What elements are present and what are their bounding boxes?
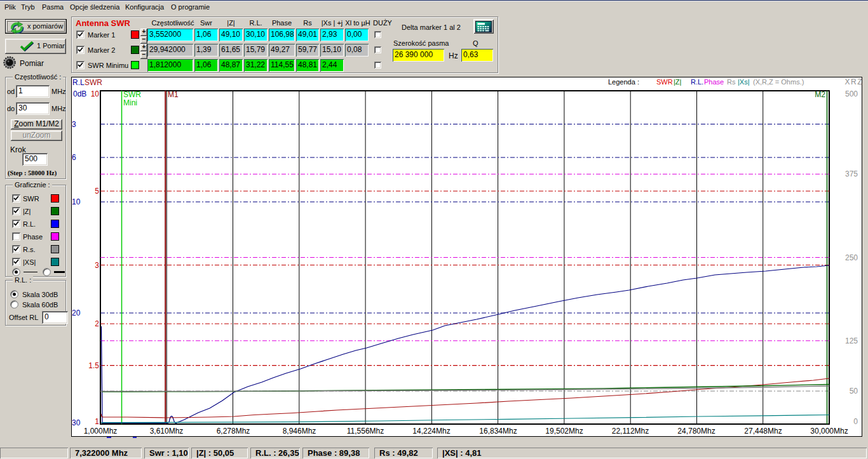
svg-text:8,946Mhz: 8,946Mhz [283,427,316,436]
svg-text:R.L.: R.L. [691,78,703,86]
svg-text:250: 250 [845,253,858,262]
svg-text:0: 0 [853,417,858,426]
svg-text:27,448Mhz: 27,448Mhz [744,427,782,436]
svg-text:3: 3 [95,261,99,270]
svg-text:16,834Mhz: 16,834Mhz [479,427,517,436]
svg-text:10: 10 [72,197,81,206]
svg-text:XRZ: XRZ [845,77,863,86]
svg-text:50: 50 [850,387,858,396]
svg-text:30,000Mhz: 30,000Mhz [810,427,848,436]
svg-text:22,112Mhz: 22,112Mhz [612,427,649,436]
svg-text:SWR: SWR [123,90,141,99]
svg-text:Mini: Mini [123,98,137,107]
svg-text:125: 125 [845,336,858,345]
svg-text:1: 1 [95,417,99,426]
svg-text:5: 5 [95,187,99,196]
svg-text:1,000Mhz: 1,000Mhz [84,427,118,436]
svg-text:M2: M2 [815,90,825,99]
svg-text:Phase: Phase [704,78,724,86]
svg-text:10: 10 [91,90,100,98]
svg-text:14,224Mhz: 14,224Mhz [412,427,450,436]
svg-text:500: 500 [845,90,858,98]
svg-text:|Xs|: |Xs| [738,78,750,86]
svg-text:Rs: Rs [727,78,736,86]
svg-text:375: 375 [845,170,858,178]
svg-text:(X,R,Z = Ohms.): (X,R,Z = Ohms.) [753,78,804,86]
svg-text:R.L: R.L [72,78,85,87]
svg-text:11,556Mhz: 11,556Mhz [347,427,384,436]
svg-text:SWR: SWR [656,78,673,86]
svg-text:2: 2 [95,319,99,328]
svg-text:20: 20 [72,309,81,317]
svg-text:24,780Mhz: 24,780Mhz [677,427,715,436]
svg-text:6,278Mhz: 6,278Mhz [217,427,250,436]
svg-text:1.5: 1.5 [88,361,99,370]
svg-text:19,502Mhz: 19,502Mhz [545,427,583,436]
svg-text:6: 6 [72,153,76,162]
svg-text:3,610Mhz: 3,610Mhz [150,427,184,436]
svg-text:M1: M1 [168,90,179,99]
svg-text:SWR: SWR [85,78,102,87]
svg-text:0dB: 0dB [73,90,86,98]
svg-text:|Z|: |Z| [674,78,681,86]
svg-text:Legenda :: Legenda : [608,78,639,86]
svg-text:3: 3 [72,120,76,129]
svg-text:30: 30 [72,418,81,427]
